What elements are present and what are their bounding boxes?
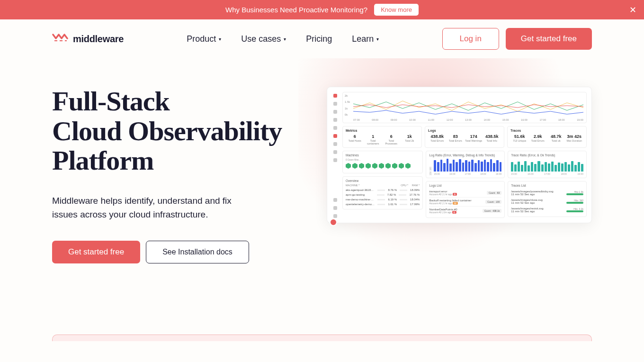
log-ratio-card: Log Ratio (Error, Warning, Debug & Info … — [426, 151, 505, 178]
chevron-down-icon: ▾ — [219, 36, 221, 42]
hero-left: Full-Stack Cloud Observability Platform … — [52, 87, 308, 263]
brand-logo[interactable]: middleware — [52, 33, 124, 45]
sidebar-icon — [333, 206, 337, 210]
hero-title: Full-Stack Cloud Observability Platform — [52, 87, 308, 176]
sidebar-icon — [333, 158, 337, 162]
sidebar-icon-active — [333, 134, 337, 138]
nav-learn[interactable]: Learn▾ — [352, 34, 379, 44]
dashboard-line-chart: 2k 1.5k 1k 0k 07:0008:0009:0010:0011:001… — [342, 92, 587, 123]
hero-dashboard-preview: 2k 1.5k 1k 0k 07:0008:0009:0010:0011:001… — [327, 87, 592, 223]
hero-section: Full-Stack Cloud Observability Platform … — [0, 58, 644, 301]
get-started-hero-button[interactable]: Get started free — [52, 241, 140, 263]
get-started-header-button[interactable]: Get started free — [506, 28, 592, 50]
chevron-down-icon: ▾ — [284, 36, 286, 42]
chevron-down-icon: ▾ — [376, 36, 379, 42]
sidebar-icon — [333, 150, 337, 154]
traces-summary-card: Traces 51.6k713 Unique2.9kTotal Errors48… — [507, 126, 587, 148]
sidebar-icon — [333, 102, 337, 106]
metrics-summary-card: Metrics 6Total Hosts1Total containers6To… — [342, 126, 422, 148]
nav-product[interactable]: Product▾ — [187, 34, 221, 44]
dashboard-mock: 2k 1.5k 1k 0k 07:0008:0009:0010:0011:001… — [327, 87, 592, 223]
sidebar-icon — [333, 142, 337, 146]
sidebar-icon — [333, 118, 337, 122]
brand-name: middleware — [73, 34, 124, 45]
sidebar-icon — [333, 214, 337, 218]
machines-card: Machines 0 Down Mac... — [342, 151, 423, 173]
nav-use-cases[interactable]: Use cases▾ — [241, 34, 286, 44]
see-docs-button[interactable]: See Installation docs — [146, 241, 249, 263]
main-nav: Product▾ Use cases▾ Pricing Learn▾ — [187, 34, 379, 44]
overview-card: Overview MACHINE ^ CPU ^ RAM ^ aks-agent… — [342, 176, 423, 209]
trace-ratio-card: Trace Ratio (Error, & Ok Trends) 15:0016… — [508, 151, 587, 178]
demo-badge-icon — [330, 218, 337, 226]
logs-summary-card: Logs 438.8kTotal Errors83Total Errors174… — [425, 126, 504, 148]
login-button[interactable]: Log in — [442, 28, 499, 50]
promo-banner: Why Businesses Need Proactive Monitoring… — [0, 0, 644, 19]
logo-icon — [52, 33, 69, 45]
header-actions: Log in Get started free — [442, 28, 592, 50]
dashboard-sidebar — [332, 92, 339, 218]
dashboard-logo-icon — [333, 94, 337, 98]
close-icon[interactable]: ✕ — [629, 5, 636, 15]
logs-list-card: Logs List transport errorAccount-A0 | 1 … — [426, 181, 505, 218]
sidebar-icon — [333, 110, 337, 114]
sidebar-icon — [333, 198, 337, 202]
next-section-peek — [52, 335, 592, 341]
hero-description: Middleware helps identify, understand an… — [52, 194, 232, 222]
banner-text: Why Businesses Need Proactive Monitoring… — [225, 6, 367, 14]
know-more-button[interactable]: Know more — [374, 4, 419, 16]
site-header: middleware Product▾ Use cases▾ Pricing L… — [0, 19, 644, 58]
traces-list-card: Traces List /assets/images/poweredbtcky.… — [508, 181, 587, 217]
hero-cta-row: Get started free See Installation docs — [52, 241, 308, 263]
sidebar-icon — [333, 126, 337, 130]
nav-pricing[interactable]: Pricing — [306, 34, 332, 44]
